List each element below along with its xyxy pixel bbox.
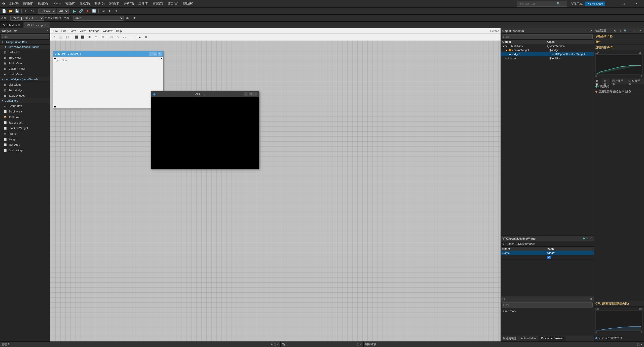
step-over-button[interactable]: ⏭ (100, 8, 106, 14)
handle-tl[interactable] (54, 58, 56, 59)
qt-align-left[interactable]: ◁ (108, 34, 114, 40)
form-maximize[interactable]: □ (153, 52, 157, 56)
diag-expand-btn[interactable]: ⬚ (633, 29, 637, 33)
output-close-btn[interactable]: ✕ (360, 343, 362, 346)
step-into-button[interactable]: ⬇ (106, 8, 112, 14)
qt-layout-h[interactable]: ⬛ (73, 34, 79, 40)
widget-item-widget[interactable]: ⬜ Widget (0, 136, 50, 142)
qt-menu-edit[interactable]: Edit (60, 29, 68, 33)
qt-adjust-size[interactable]: ⊹ (128, 34, 134, 40)
output-expand-btn[interactable]: ⬚ (357, 343, 359, 346)
configuration-select[interactable]: Release (38, 9, 56, 14)
widget-item-mdi-area[interactable]: ⬜ MDI Area (0, 142, 50, 147)
widget-item-tab-widget[interactable]: ⬜ Tab Widget (0, 120, 50, 125)
res-expand-btn[interactable]: ⬚ (502, 298, 505, 300)
menu-file[interactable]: 文件(F) (7, 1, 21, 6)
widget-item-frame[interactable]: ▭ Frame (0, 131, 50, 136)
step-out-button[interactable]: ⬆ (113, 8, 119, 14)
menu-analyze[interactable]: 分析(N) (122, 1, 136, 6)
close-button[interactable]: ✕ (630, 0, 642, 8)
vtk-maximize[interactable]: □ (249, 92, 253, 96)
global-search-input[interactable] (519, 2, 556, 5)
diag-settings-btn[interactable]: ⚙ (613, 29, 617, 33)
category-dialog-button-box[interactable]: ▼ Dialog Button Box (0, 40, 50, 45)
res-tab-action[interactable]: Action Editor (519, 336, 539, 341)
menu-debug[interactable]: 调试(D) (92, 1, 107, 6)
form-window[interactable]: VTKTest - VTKTest.ui ─ □ ✕ Type Here (53, 51, 164, 109)
qt-layout-grid[interactable]: ⊞ (86, 34, 92, 40)
attach-button[interactable]: 🔗 (78, 8, 84, 14)
res-close-btn[interactable]: ✕ (590, 298, 592, 300)
qt-layout-v[interactable]: ⬛ (80, 34, 86, 40)
stop-button[interactable]: ■ (85, 8, 91, 14)
start-button[interactable]: ▶ (71, 8, 78, 14)
category-item-widgets[interactable]: ▼ Item Widgets (Item-Based) (0, 77, 50, 82)
diag-zoom-out-btn[interactable]: — (628, 29, 632, 33)
widget-item-list-widget[interactable]: ▤ List Widget (0, 82, 50, 87)
menu-build[interactable]: 生成(B) (78, 1, 92, 6)
res-tab-property[interactable]: 属性编辑器 (501, 336, 519, 341)
menu-edit[interactable]: 编辑(E) (21, 1, 35, 6)
memory-snapshot-row[interactable]: 拍取快照 (594, 84, 644, 89)
redo-button[interactable]: ↪ (29, 8, 35, 14)
monitor-float-btn[interactable]: ⬚ (274, 343, 276, 346)
widget-item-undo-view[interactable]: ↩ Undo View (0, 71, 50, 77)
tab-vtktest-ui-close[interactable]: ✕ (18, 24, 20, 26)
prop-close-btn[interactable]: ✕ (590, 237, 592, 240)
maximize-button[interactable]: □ (618, 0, 629, 8)
widget-item-table-widget[interactable]: ▦ Table Widget (0, 93, 50, 98)
qt-menu-settings[interactable]: Settings (88, 29, 101, 33)
qt-widget-tool[interactable]: ⬜ (58, 34, 64, 40)
menu-extensions[interactable]: 扩展(X) (151, 1, 165, 6)
platform-select[interactable]: x64 (57, 9, 69, 14)
widget-item-group-box[interactable]: ▭ Group Box (0, 103, 50, 109)
handle-bl[interactable] (54, 106, 56, 107)
handle-tr[interactable] (161, 58, 162, 59)
widget-filter-input[interactable] (1, 34, 49, 39)
form-minimize[interactable]: ─ (149, 52, 153, 56)
menu-tools[interactable]: 工具(T) (136, 1, 150, 6)
tab-vtktest-cpp[interactable]: VTKTest.cpp ✕ (24, 22, 49, 28)
diag-export-btn[interactable]: ⬆ (618, 29, 622, 33)
category-containers[interactable]: ▼ Containers (0, 98, 50, 103)
diag-close-btn[interactable]: ✕ (638, 29, 642, 33)
widget-item-tool-box[interactable]: 📦 Tool Box (0, 114, 50, 120)
prop-edit-btn[interactable]: ✎ (586, 237, 589, 240)
qt-menu-view[interactable]: View (78, 29, 87, 33)
category-item-views[interactable]: ▶ Item Views (Model-Based) (0, 45, 50, 49)
resource-root-item[interactable]: > rce root> (502, 309, 593, 313)
global-search-box[interactable]: 🔍 (517, 1, 567, 7)
diag-tab-summary[interactable]: 摘要 (594, 79, 602, 84)
qt-preview[interactable]: ▶ (137, 34, 143, 40)
obj-row-vtktest[interactable]: ▼ VTKTestClass QMainWindow (501, 44, 594, 48)
qt-layout-break[interactable]: ⊠ (99, 34, 105, 40)
widget-item-list-view[interactable]: ▤ List View (0, 49, 50, 55)
vtk-runtime-window[interactable]: 🔷 VTKTest ─ □ ✕ (151, 91, 259, 169)
widget-item-scroll-area[interactable]: ⬜ Scroll Area (0, 109, 50, 114)
widget-item-table-view[interactable]: ▦ Table View (0, 60, 50, 66)
open-button[interactable]: 📂 (8, 8, 14, 14)
memory-analysis-row[interactable]: 启用维度分析(会影响性能) (594, 89, 644, 94)
designer-canvas[interactable]: VTKTest - VTKTest.ui ─ □ ✕ Type Here (50, 41, 501, 341)
prop-enabled-checkbox[interactable] (547, 256, 551, 259)
prop-add-btn[interactable]: ✚ (583, 237, 585, 240)
widget-item-tree-widget[interactable]: ▤ Tree Widget (0, 87, 50, 93)
vtk-close[interactable]: ✕ (253, 92, 257, 96)
qt-align-center[interactable]: ⊶ (121, 34, 127, 40)
qt-menu-form[interactable]: Form (68, 29, 78, 33)
qt-menu-help[interactable]: Help (115, 29, 123, 33)
minimize-button[interactable]: ─ (605, 0, 617, 8)
qt-spacer-tool[interactable]: ⬚ (64, 34, 70, 40)
res-tab-resource[interactable]: Resource Browser (539, 336, 566, 341)
restart-button[interactable]: 🔄 (91, 8, 97, 14)
tab-vtktest-cpp-close[interactable]: ✕ (44, 24, 46, 26)
menu-window[interactable]: 窗口(W) (166, 1, 180, 6)
lifecycle-more-button[interactable]: ▼ (132, 15, 138, 21)
form-close[interactable]: ✕ (158, 52, 162, 56)
diag-tab-events[interactable]: 事件 (602, 79, 611, 84)
monitor-expand-btn[interactable]: ⊕ (271, 343, 273, 346)
obj-row-centralwidget[interactable]: ▼ 🔶 centralWidget QWidget (501, 48, 594, 52)
vtk-minimize[interactable]: ─ (244, 92, 248, 96)
qt-align-right[interactable]: ▷ (115, 34, 121, 40)
new-file-button[interactable]: 📄 (1, 8, 7, 14)
